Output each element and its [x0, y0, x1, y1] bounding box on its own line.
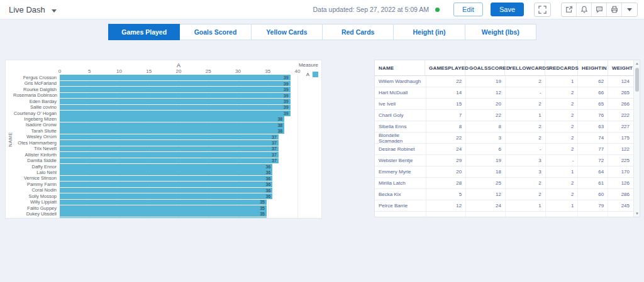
table-cell: 77	[578, 144, 608, 155]
data-updated-text: Data updated: Sep 27, 2022 at 5:09 AM	[313, 6, 428, 13]
bar[interactable]: 38	[60, 122, 284, 128]
print-icon	[611, 6, 618, 13]
scroll-down-arrow[interactable]: ▼	[634, 210, 640, 217]
table-scrollbar[interactable]: ▲ ▼	[633, 60, 640, 217]
tab-weight-lbs[interactable]: Weight (lbs)	[465, 24, 536, 40]
legend-item[interactable]: A	[299, 72, 318, 77]
bar-row: Falito Guppey35	[13, 205, 296, 211]
bar[interactable]: 39	[60, 81, 291, 87]
more-options-button[interactable]	[622, 3, 637, 16]
table-cell: 25	[466, 178, 506, 188]
bar-track: 39	[60, 105, 296, 111]
column-header-yellowcards: YELLOWCARDS	[505, 60, 545, 75]
table-cell: -	[546, 155, 579, 166]
comments-button[interactable]	[592, 3, 607, 16]
bar-row: Eden Barday39	[13, 99, 296, 104]
table-cell	[546, 212, 579, 217]
bar-row: Daffy Ennor36	[13, 164, 296, 170]
table-cell: 3	[466, 133, 506, 143]
bar-value-label: 36	[266, 194, 273, 198]
bar-track: 39	[60, 93, 296, 99]
bar[interactable]: 36	[60, 188, 272, 193]
table-cell: 2	[506, 99, 546, 109]
bar[interactable]: 35	[60, 200, 267, 205]
table-cell: 1	[546, 200, 579, 211]
export-button[interactable]	[562, 3, 577, 16]
bar[interactable]: 39	[60, 75, 291, 80]
bar-row: Wesley Orrom37	[13, 134, 296, 139]
table-cell: 7	[426, 110, 467, 121]
bar[interactable]: 37	[60, 158, 279, 164]
table-cell: 8	[466, 121, 506, 132]
table-cell: 2	[506, 178, 546, 188]
data-table-card: NAMEGAMESPLAYEDGOALSSCOREDYELLOWCARDSRED…	[374, 60, 640, 217]
bar[interactable]: 36	[60, 164, 272, 170]
table-body: Willem Wardhaugh22192162124Hart McDuall1…	[375, 76, 633, 217]
bar-category-label: Gris McFarland	[13, 81, 60, 86]
bar[interactable]: 36	[60, 170, 272, 175]
tab-yellow-cards[interactable]: Yellow Cards	[252, 24, 323, 40]
table-row: Webster Bentje29193-72225	[375, 155, 633, 166]
bar[interactable]: 36	[60, 193, 272, 199]
bar-value-label: 37	[272, 141, 279, 145]
bar[interactable]: 39	[60, 111, 291, 116]
tab-games-played[interactable]: Games Played	[108, 24, 180, 40]
bar[interactable]: 39	[60, 87, 291, 92]
table-cell: 28	[426, 178, 467, 188]
bar-value-label: 38	[277, 123, 284, 127]
table-cell: 1	[506, 200, 546, 211]
tab-height-in[interactable]: Height (in)	[394, 24, 465, 40]
scrollbar-thumb[interactable]	[635, 68, 639, 92]
table-cell: 60	[578, 189, 608, 200]
edit-button[interactable]: Edit	[453, 3, 483, 16]
bar[interactable]: 39	[60, 99, 291, 104]
bar[interactable]: 38	[60, 116, 284, 122]
bar[interactable]: 36	[60, 182, 272, 187]
table-cell: -	[506, 144, 546, 155]
bar-track: 36	[60, 170, 296, 175]
table-cell: 2	[546, 110, 579, 121]
expand-button[interactable]	[534, 3, 551, 17]
bar-category-label: Damita Siddle	[13, 158, 60, 163]
table-cell: 20	[426, 166, 467, 177]
bar[interactable]: 37	[60, 134, 279, 140]
table-row: Emmery Myrie20183164170	[375, 166, 633, 178]
table-cell: 2	[546, 121, 579, 132]
bar[interactable]: 35	[60, 211, 267, 217]
table-cell: 2	[546, 144, 579, 155]
caret-down-icon	[627, 8, 632, 11]
bar-category-label: Coral Nodin	[13, 188, 60, 193]
print-button[interactable]	[607, 3, 622, 16]
tab-goals-scored[interactable]: Goals Scored	[180, 24, 251, 40]
column-header-heightin: HEIGHTIN	[578, 60, 608, 75]
chart-bars-area: Fergus Crosson39Gris McFarland39Rourke D…	[13, 75, 296, 218]
dashboard-menu-button[interactable]	[52, 4, 57, 15]
table-cell: 79	[578, 200, 608, 211]
save-button[interactable]: Save	[491, 3, 524, 16]
bar-category-label: Trix Nevett	[13, 146, 60, 151]
bar[interactable]: 38	[60, 128, 284, 134]
bar[interactable]: 39	[60, 93, 291, 99]
bar-value-label: 35	[260, 200, 267, 204]
table-cell: 2	[546, 99, 579, 109]
table-cell	[426, 212, 467, 217]
bar[interactable]: 36	[60, 176, 272, 182]
bar[interactable]: 37	[60, 152, 279, 158]
bar[interactable]: 37	[60, 140, 279, 146]
tab-red-cards[interactable]: Red Cards	[323, 24, 394, 40]
bar[interactable]: 37	[60, 146, 279, 152]
table-cell-name: Charil Goly	[375, 110, 426, 121]
notifications-button[interactable]	[577, 3, 592, 16]
table-row: Sibella Enns882263227	[375, 121, 633, 133]
table-row: Blondelle Scamaden2232274175	[375, 133, 633, 144]
bar[interactable]: 39	[60, 105, 291, 111]
bar[interactable]: 35	[60, 205, 267, 211]
bar[interactable]: 35	[60, 217, 267, 219]
x-tick-label: 10	[116, 68, 122, 74]
bar-row: Vernice Stinson36	[13, 175, 296, 181]
bar-value-label: 36	[266, 165, 273, 169]
data-table: NAMEGAMESPLAYEDGOALSSCOREDYELLOWCARDSRED…	[375, 60, 633, 217]
table-cell: 2	[506, 121, 546, 132]
scroll-up-arrow[interactable]: ▲	[634, 60, 640, 67]
bar-value-label: 35	[260, 218, 267, 219]
